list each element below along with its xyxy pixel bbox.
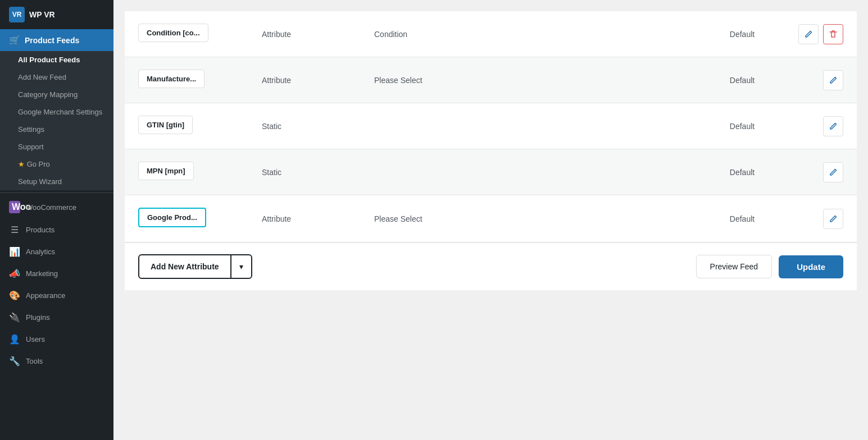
sidebar-item-analytics[interactable]: 📊 Analytics <box>0 241 113 263</box>
edit-button[interactable] <box>823 162 843 182</box>
attr-actions-cell <box>787 162 843 182</box>
table-row: Manufacture... Attribute Please Select D… <box>125 57 857 103</box>
analytics-label: Analytics <box>26 247 55 256</box>
products-label: Products <box>26 226 54 234</box>
footer-actions: Preview Feed Update <box>696 255 843 278</box>
attr-type-cell: Static <box>251 122 374 131</box>
sidebar: VR WP VR 🛒 Product Feeds All Product Fee… <box>0 0 113 440</box>
attr-name-cell: GTIN [gtin] <box>138 116 251 136</box>
sidebar-item-tools[interactable]: 🔧 Tools <box>0 350 113 372</box>
table-row: Google Prod... Attribute Please Select D… <box>125 195 857 242</box>
sidebar-item-plugins[interactable]: 🔌 Plugins <box>0 306 113 328</box>
attr-type-cell: Attribute <box>251 76 374 85</box>
sidebar-item-products[interactable]: ☰ Products <box>0 219 113 241</box>
analytics-icon: 📊 <box>9 246 20 257</box>
attr-type-cell: Attribute <box>251 30 374 39</box>
attr-value-cell: Condition <box>374 30 697 39</box>
attr-name-badge: GTIN [gtin] <box>138 116 193 134</box>
sidebar-item-google-merchant[interactable]: Google Merchant Settings <box>0 103 113 121</box>
attr-name-badge: Google Prod... <box>138 208 206 227</box>
plugins-label: Plugins <box>26 313 50 322</box>
chevron-down-icon: ▾ <box>230 255 251 278</box>
attr-name-cell: Manufacture... <box>138 70 251 90</box>
attr-value-cell: Please Select <box>374 214 697 223</box>
attr-name-badge: MPN [mpn] <box>138 162 194 180</box>
star-icon: ★ <box>18 160 27 168</box>
attr-default-cell: Default <box>697 168 787 177</box>
main-content: Condition [co... Attribute Condition Def… <box>113 0 868 440</box>
marketing-label: Marketing <box>26 269 58 278</box>
add-new-label: Add New Attribute <box>139 255 230 278</box>
product-feeds-submenu: All Product Feeds Add New Feed Category … <box>0 51 113 190</box>
sidebar-item-go-pro[interactable]: ★ Go Pro <box>0 155 113 173</box>
add-new-attribute-button[interactable]: Add New Attribute ▾ <box>138 254 252 279</box>
attr-actions-cell <box>787 116 843 136</box>
attr-actions-cell <box>787 70 843 90</box>
attr-actions-cell <box>787 24 843 44</box>
users-label: Users <box>26 335 45 343</box>
appearance-icon: 🎨 <box>9 290 20 301</box>
footer-bar: Add New Attribute ▾ Preview Feed Update <box>125 242 857 290</box>
sidebar-item-users[interactable]: 👤 Users <box>0 328 113 350</box>
woo-icon: Woo <box>9 201 20 213</box>
products-icon: ☰ <box>9 224 20 235</box>
sidebar-item-setup-wizard[interactable]: Setup Wizard <box>0 173 113 190</box>
edit-button[interactable] <box>798 24 819 44</box>
table-row: MPN [mpn] Static Default <box>125 149 857 195</box>
sidebar-item-product-feeds[interactable]: 🛒 Product Feeds <box>0 29 113 51</box>
preview-feed-button[interactable]: Preview Feed <box>696 255 772 278</box>
cart-icon: 🛒 <box>9 35 20 45</box>
edit-button[interactable] <box>823 209 843 229</box>
delete-button[interactable] <box>823 24 843 44</box>
tools-icon: 🔧 <box>9 356 20 366</box>
sidebar-divider-1 <box>0 192 113 193</box>
sidebar-item-marketing[interactable]: 📣 Marketing <box>0 263 113 285</box>
sidebar-item-category-mapping[interactable]: Category Mapping <box>0 86 113 103</box>
table-row: Condition [co... Attribute Condition Def… <box>125 11 857 57</box>
attr-value-cell: Please Select <box>374 76 697 85</box>
sidebar-item-all-product-feeds[interactable]: All Product Feeds <box>0 51 113 68</box>
tools-label: Tools <box>26 357 43 365</box>
plugins-icon: 🔌 <box>9 312 20 323</box>
attr-name-cell: Condition [co... <box>138 24 251 44</box>
sidebar-item-add-new-feed[interactable]: Add New Feed <box>0 68 113 86</box>
app-title: WP VR <box>29 10 55 19</box>
attr-default-cell: Default <box>697 76 787 85</box>
attr-default-cell: Default <box>697 122 787 131</box>
sidebar-item-support[interactable]: Support <box>0 138 113 155</box>
sidebar-item-settings[interactable]: Settings <box>0 121 113 138</box>
attr-name-badge: Manufacture... <box>138 70 204 88</box>
users-icon: 👤 <box>9 334 20 345</box>
sidebar-item-appearance[interactable]: 🎨 Appearance <box>0 285 113 306</box>
attr-type-cell: Attribute <box>251 214 374 223</box>
edit-button[interactable] <box>823 116 843 136</box>
attr-default-cell: Default <box>697 214 787 223</box>
appearance-label: Appearance <box>26 291 65 300</box>
attr-name-cell: Google Prod... <box>138 208 251 230</box>
sidebar-item-woocommerce[interactable]: Woo WooCommerce <box>0 195 113 219</box>
edit-button[interactable] <box>823 70 843 90</box>
attr-type-cell: Static <box>251 168 374 177</box>
product-feeds-label: Product Feeds <box>25 36 79 45</box>
attr-name-badge: Condition [co... <box>138 24 208 42</box>
attr-name-cell: MPN [mpn] <box>138 162 251 182</box>
attribute-table: Condition [co... Attribute Condition Def… <box>125 11 857 290</box>
woocommerce-label: WooCommerce <box>26 203 76 212</box>
app-logo: VR WP VR <box>0 0 113 29</box>
attr-default-cell: Default <box>697 30 787 39</box>
marketing-icon: 📣 <box>9 268 20 279</box>
logo-icon: VR <box>9 7 25 22</box>
attr-actions-cell <box>787 209 843 229</box>
update-button[interactable]: Update <box>779 255 843 278</box>
table-row: GTIN [gtin] Static Default <box>125 103 857 149</box>
